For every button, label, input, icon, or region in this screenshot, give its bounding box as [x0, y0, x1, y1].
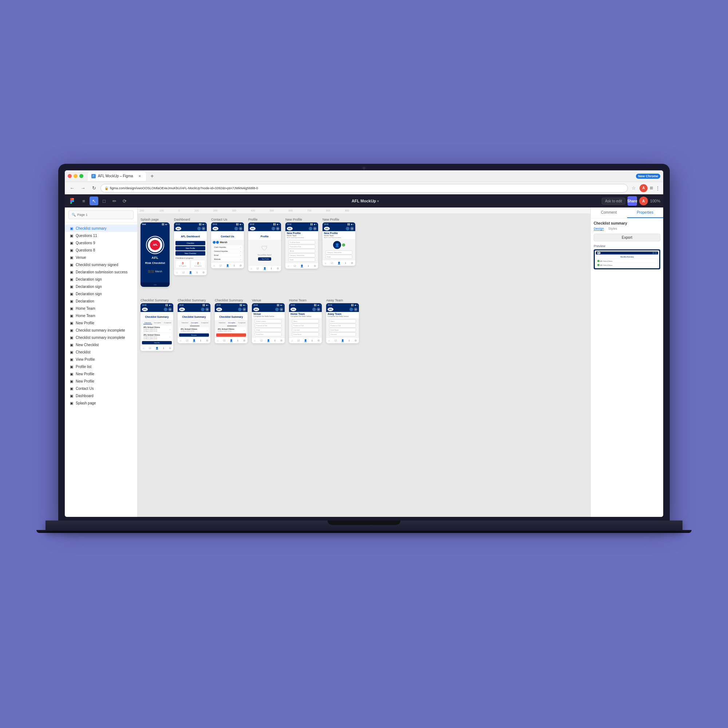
hand-tool[interactable]: ⟳	[120, 197, 129, 205]
comment-tab[interactable]: Comment	[591, 208, 627, 218]
frame-dashboard[interactable]: Dashboard 19:02 ▌▌ ◉ ▪	[174, 218, 207, 275]
person-tab-icon[interactable]: 👤	[155, 347, 159, 350]
resume-button[interactable]: Resume	[179, 333, 209, 337]
sidebar-item-dashboard[interactable]: ▣ Dashboard	[65, 392, 137, 399]
sidebar-item-new-checklist[interactable]: ▣ New Checklist	[65, 341, 137, 348]
home-tab-icon[interactable]: ⌂	[291, 339, 293, 342]
sidebar-item-home-team2[interactable]: ▣ Home Team	[65, 312, 137, 319]
checklist-button[interactable]: Checklist	[176, 241, 205, 245]
frame-away-team[interactable]: Away Team 19:02 ▌▌ ◉ ▪	[326, 298, 359, 343]
frame-profile[interactable]: Profile 19:02 ▌▌ ◉ ▪	[248, 218, 281, 271]
at-extra-field[interactable]: Comment	[329, 332, 356, 336]
sidebar-item-declaration[interactable]: ▣ Declaration	[65, 297, 137, 305]
sidebar-item-declaration-sign3[interactable]: ▣ Declaration sign	[65, 290, 137, 297]
checklist-tab-icon[interactable]: ☑	[182, 271, 185, 274]
submitted-tab[interactable]: Submitted	[180, 321, 189, 326]
frame-tool[interactable]: □	[100, 197, 109, 205]
info-tab-icon[interactable]: ℹ	[345, 262, 346, 265]
settings-tab-icon[interactable]: ⚙	[202, 271, 205, 274]
close-button[interactable]	[68, 174, 72, 178]
info-tab-icon[interactable]: ℹ	[163, 347, 164, 350]
settings-tab-icon[interactable]: ⚙	[169, 347, 171, 350]
ht-event-name-field[interactable]: Event Name	[292, 332, 319, 336]
new-profile-button[interactable]: + New Profile	[258, 257, 272, 261]
info-tab-icon[interactable]: ℹ	[312, 339, 313, 342]
settings-tab-icon[interactable]: ⚙	[206, 339, 208, 342]
np2-category-field[interactable]: Category / Stakeholder	[326, 251, 352, 254]
maximize-button[interactable]	[80, 174, 83, 178]
frame-venue[interactable]: Venue 19:02 ▌▌ ◉ ▪	[252, 298, 284, 343]
sidebar-item-declaration-sign1[interactable]: ▣ Declaration sign	[65, 275, 137, 283]
person-tab-icon[interactable]: 👤	[300, 265, 304, 268]
person-tab-icon[interactable]: 👤	[337, 262, 341, 265]
general-inquiries-item[interactable]: General Inquiries ›	[213, 249, 242, 253]
file-title-dropdown[interactable]: AFL MockUp ▾	[352, 199, 379, 203]
settings-tab-icon[interactable]: ⚙	[243, 339, 245, 342]
np1-mobile-field[interactable]: Mobile	[288, 249, 315, 253]
minimize-button[interactable]	[73, 174, 78, 178]
chrome-menu-icon[interactable]: ⋮	[655, 185, 660, 191]
sidebar-item-questions11[interactable]: ▣ Questions 11	[65, 232, 137, 239]
home-tab-icon[interactable]: ⌂	[176, 271, 177, 274]
user-avatar-icon[interactable]: A	[639, 197, 648, 205]
checklist-tab-icon[interactable]: ☑	[294, 265, 296, 268]
info-tab-icon[interactable]: ℹ	[271, 267, 272, 270]
forward-button[interactable]: →	[79, 184, 87, 193]
frame-checklist-summary[interactable]: Checklist Summary 19:02 ▌▌ ◉ ▪	[141, 298, 173, 351]
move-tool[interactable]: ↖	[90, 197, 98, 205]
at-name-field[interactable]: Name	[329, 319, 356, 323]
frame-contact[interactable]: Contact Us 19:02 ▌▌ ◉ ▪	[211, 218, 244, 268]
tab-close-button[interactable]: ✕	[137, 174, 142, 179]
np1-category-field[interactable]: Category / Stakeholder	[288, 253, 315, 257]
person-tab-icon[interactable]: 👤	[304, 339, 307, 342]
sidebar-item-declaration-success[interactable]: ▣ Declaration submission success	[65, 268, 137, 275]
frame-new-profile-1[interactable]: New Profile 19:02 ▌▌ ◉ ▪	[285, 218, 318, 269]
person-tab-icon[interactable]: 👤	[267, 339, 270, 342]
incomplete-tab[interactable]: Incomplete	[153, 321, 162, 324]
sidebar-item-checklist-incomplete2[interactable]: ▣ Checklist summary incomplete	[65, 334, 137, 341]
styles-sub-tab[interactable]: Styles	[608, 227, 617, 231]
incomplete-tab[interactable]: Incomplete !	[227, 321, 237, 326]
person-tab-icon[interactable]: 👤	[263, 267, 266, 270]
ask-to-edit-button[interactable]: Ask to edit	[602, 198, 626, 205]
person-tab-icon[interactable]: 👤	[226, 264, 229, 267]
settings-tab-icon[interactable]: ⚙	[277, 267, 279, 270]
home-tab-icon[interactable]: ⌂	[217, 339, 219, 342]
pen-tool[interactable]: ✏	[110, 197, 119, 205]
settings-tab-icon[interactable]: ⚙	[280, 339, 283, 342]
info-tab-icon[interactable]: ℹ	[349, 339, 350, 342]
checklist-tab-icon[interactable]: ☑	[331, 262, 333, 265]
submitted-tab[interactable]: Submitted	[218, 321, 226, 326]
sidebar-item-splash[interactable]: ▣ Splash page	[65, 399, 137, 407]
sidebar-item-questions8[interactable]: ▣ Questions 8	[65, 246, 137, 254]
ci2-item[interactable]: AFL School Clinics 13 March 2020 12:33 ›	[216, 327, 246, 333]
checklist-tab-icon[interactable]: ☑	[149, 347, 151, 350]
info-tab-icon[interactable]: ℹ	[197, 271, 198, 274]
venue-date-field[interactable]: Event Date	[255, 332, 282, 336]
main-menu-icon[interactable]: ≡	[80, 197, 88, 205]
home-tab-icon[interactable]: ⌂	[251, 267, 252, 270]
info-tab-icon[interactable]: ℹ	[234, 264, 235, 267]
checklist-tab-icon[interactable]: ☑	[257, 267, 259, 270]
canvas-area[interactable]: -200 -100 0 100 200 300 400 500 600 700 …	[138, 208, 590, 517]
address-bar[interactable]: 🔒 figma.com/design/vwoOOSLOMlaOE4eJmuKbU…	[101, 184, 628, 193]
sidebar-item-profile-list[interactable]: ▣ Profile list	[65, 363, 137, 370]
new-checklist-button[interactable]: New Checklist	[176, 251, 205, 255]
cs-item-2[interactable]: AFL School Clinics 13 March 2020 12:33 1…	[142, 333, 172, 340]
sidebar-item-contact-us[interactable]: ▣ Contact Us	[65, 385, 137, 392]
sidebar-item-checklist-incomplete1[interactable]: ▣ Checklist summary incomplete	[65, 327, 137, 334]
ht-name-field[interactable]: Name	[292, 319, 319, 323]
cs-item-1[interactable]: AFL School Clinics 13 March 2020 12:33 1…	[142, 326, 172, 333]
home-tab-icon[interactable]: ⌂	[254, 339, 255, 342]
venue-email-field[interactable]: Email	[255, 328, 282, 332]
settings-tab-icon[interactable]: ⚙	[317, 339, 320, 342]
frame-checklist-incomplete-2[interactable]: Checklist Summary 19:02 ▌▌ ◉ ▪	[215, 298, 248, 343]
checklist-tab-icon[interactable]: ☑	[297, 339, 300, 342]
person-tab-icon[interactable]: 👤	[341, 339, 344, 342]
np1-email-field[interactable]: Email	[288, 258, 315, 262]
sidebar-item-checklist-signed[interactable]: ▣ Checklist summary signed	[65, 261, 137, 268]
checklist-tab-icon[interactable]: ☑	[260, 339, 262, 342]
home-tab-icon[interactable]: ⌂	[180, 339, 181, 342]
extensions-icon[interactable]: ⊞	[650, 186, 653, 190]
home-tab-icon[interactable]: ⌂	[288, 265, 289, 267]
